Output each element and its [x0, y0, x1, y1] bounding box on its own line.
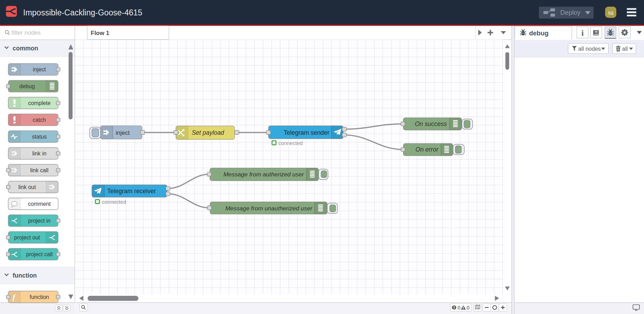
- svg-text:project out: project out: [14, 235, 40, 240]
- svg-text:Impossible-Cackling-Goose-4615: Impossible-Cackling-Goose-4615: [23, 8, 142, 17]
- svg-text:connected: connected: [279, 140, 303, 146]
- svg-text:Flow 1: Flow 1: [91, 30, 109, 36]
- svg-text:link out: link out: [18, 184, 36, 190]
- svg-text:On error: On error: [416, 146, 439, 153]
- svg-text:0: 0: [458, 305, 460, 310]
- svg-text:comment: comment: [28, 201, 51, 207]
- svg-text:inject: inject: [116, 130, 130, 136]
- svg-text:debug: debug: [19, 83, 35, 89]
- svg-text:Message from autherized user: Message from autherized user: [224, 171, 304, 178]
- svg-text:filter nodes: filter nodes: [12, 29, 41, 36]
- svg-text:Telegram sender: Telegram sender: [284, 129, 330, 136]
- svg-text:Telegram receiver: Telegram receiver: [107, 188, 156, 195]
- svg-text:all: all: [622, 46, 628, 52]
- svg-text:inject: inject: [33, 67, 46, 72]
- svg-text:0: 0: [467, 305, 470, 310]
- svg-text:project in: project in: [28, 218, 50, 224]
- svg-text:complete: complete: [28, 100, 50, 106]
- svg-text:link in: link in: [32, 151, 46, 156]
- svg-text:function: function: [13, 272, 37, 279]
- svg-text:su: su: [608, 9, 614, 16]
- svg-text:i: i: [581, 28, 584, 37]
- svg-text:link call: link call: [30, 167, 48, 173]
- svg-text:status: status: [32, 134, 47, 140]
- svg-text:Deploy: Deploy: [560, 9, 581, 16]
- svg-text:connected: connected: [102, 199, 126, 205]
- svg-text:all nodes: all nodes: [578, 46, 601, 52]
- svg-text:On success: On success: [415, 120, 447, 127]
- svg-text:project call: project call: [26, 251, 53, 257]
- svg-text:debug: debug: [529, 29, 549, 37]
- svg-text:Set payload: Set payload: [192, 129, 225, 136]
- svg-text:catch: catch: [33, 117, 46, 123]
- svg-text:function: function: [30, 294, 49, 300]
- svg-text:common: common: [13, 45, 38, 52]
- svg-text:Message from unautherized user: Message from unautherized user: [225, 205, 313, 212]
